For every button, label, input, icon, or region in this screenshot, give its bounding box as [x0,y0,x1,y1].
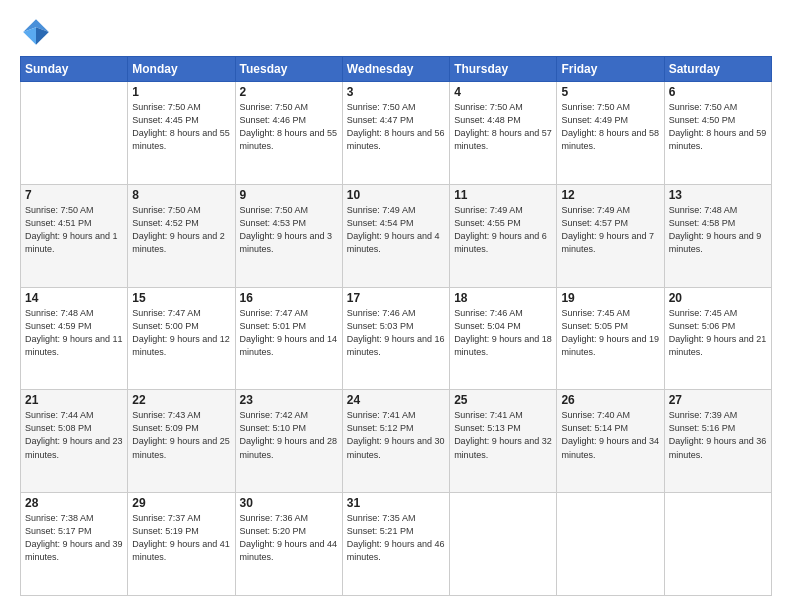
day-number: 3 [347,85,445,99]
day-info: Sunrise: 7:45 AM Sunset: 5:06 PM Dayligh… [669,307,767,359]
day-info: Sunrise: 7:47 AM Sunset: 5:00 PM Dayligh… [132,307,230,359]
day-cell: 15Sunrise: 7:47 AM Sunset: 5:00 PM Dayli… [128,287,235,390]
day-number: 8 [132,188,230,202]
day-info: Sunrise: 7:41 AM Sunset: 5:13 PM Dayligh… [454,409,552,461]
day-number: 10 [347,188,445,202]
day-number: 19 [561,291,659,305]
day-info: Sunrise: 7:47 AM Sunset: 5:01 PM Dayligh… [240,307,338,359]
day-info: Sunrise: 7:50 AM Sunset: 4:53 PM Dayligh… [240,204,338,256]
day-cell: 31Sunrise: 7:35 AM Sunset: 5:21 PM Dayli… [342,493,449,596]
day-info: Sunrise: 7:39 AM Sunset: 5:16 PM Dayligh… [669,409,767,461]
day-cell: 6Sunrise: 7:50 AM Sunset: 4:50 PM Daylig… [664,82,771,185]
day-cell: 4Sunrise: 7:50 AM Sunset: 4:48 PM Daylig… [450,82,557,185]
day-cell: 17Sunrise: 7:46 AM Sunset: 5:03 PM Dayli… [342,287,449,390]
day-number: 16 [240,291,338,305]
week-row-2: 7Sunrise: 7:50 AM Sunset: 4:51 PM Daylig… [21,184,772,287]
day-number: 24 [347,393,445,407]
day-cell: 14Sunrise: 7:48 AM Sunset: 4:59 PM Dayli… [21,287,128,390]
day-cell: 8Sunrise: 7:50 AM Sunset: 4:52 PM Daylig… [128,184,235,287]
col-header-sunday: Sunday [21,57,128,82]
day-cell [664,493,771,596]
day-cell: 1Sunrise: 7:50 AM Sunset: 4:45 PM Daylig… [128,82,235,185]
day-number: 28 [25,496,123,510]
day-number: 29 [132,496,230,510]
day-number: 12 [561,188,659,202]
col-header-thursday: Thursday [450,57,557,82]
day-info: Sunrise: 7:49 AM Sunset: 4:55 PM Dayligh… [454,204,552,256]
day-number: 2 [240,85,338,99]
day-info: Sunrise: 7:50 AM Sunset: 4:52 PM Dayligh… [132,204,230,256]
day-number: 17 [347,291,445,305]
day-info: Sunrise: 7:43 AM Sunset: 5:09 PM Dayligh… [132,409,230,461]
week-row-4: 21Sunrise: 7:44 AM Sunset: 5:08 PM Dayli… [21,390,772,493]
day-info: Sunrise: 7:35 AM Sunset: 5:21 PM Dayligh… [347,512,445,564]
svg-marker-2 [23,27,36,45]
day-info: Sunrise: 7:50 AM Sunset: 4:47 PM Dayligh… [347,101,445,153]
day-cell: 22Sunrise: 7:43 AM Sunset: 5:09 PM Dayli… [128,390,235,493]
day-info: Sunrise: 7:38 AM Sunset: 5:17 PM Dayligh… [25,512,123,564]
day-number: 25 [454,393,552,407]
header-row: SundayMondayTuesdayWednesdayThursdayFrid… [21,57,772,82]
day-number: 7 [25,188,123,202]
day-number: 23 [240,393,338,407]
day-number: 30 [240,496,338,510]
day-info: Sunrise: 7:40 AM Sunset: 5:14 PM Dayligh… [561,409,659,461]
day-cell: 7Sunrise: 7:50 AM Sunset: 4:51 PM Daylig… [21,184,128,287]
day-cell: 18Sunrise: 7:46 AM Sunset: 5:04 PM Dayli… [450,287,557,390]
calendar: SundayMondayTuesdayWednesdayThursdayFrid… [20,56,772,596]
day-info: Sunrise: 7:44 AM Sunset: 5:08 PM Dayligh… [25,409,123,461]
logo-icon [20,16,52,48]
day-cell: 23Sunrise: 7:42 AM Sunset: 5:10 PM Dayli… [235,390,342,493]
col-header-tuesday: Tuesday [235,57,342,82]
day-cell: 21Sunrise: 7:44 AM Sunset: 5:08 PM Dayli… [21,390,128,493]
day-cell: 19Sunrise: 7:45 AM Sunset: 5:05 PM Dayli… [557,287,664,390]
day-cell: 12Sunrise: 7:49 AM Sunset: 4:57 PM Dayli… [557,184,664,287]
day-cell: 5Sunrise: 7:50 AM Sunset: 4:49 PM Daylig… [557,82,664,185]
col-header-monday: Monday [128,57,235,82]
day-info: Sunrise: 7:37 AM Sunset: 5:19 PM Dayligh… [132,512,230,564]
day-info: Sunrise: 7:50 AM Sunset: 4:50 PM Dayligh… [669,101,767,153]
day-cell [21,82,128,185]
week-row-1: 1Sunrise: 7:50 AM Sunset: 4:45 PM Daylig… [21,82,772,185]
day-number: 14 [25,291,123,305]
week-row-5: 28Sunrise: 7:38 AM Sunset: 5:17 PM Dayli… [21,493,772,596]
day-info: Sunrise: 7:49 AM Sunset: 4:54 PM Dayligh… [347,204,445,256]
logo [20,16,56,48]
day-info: Sunrise: 7:50 AM Sunset: 4:46 PM Dayligh… [240,101,338,153]
col-header-friday: Friday [557,57,664,82]
week-row-3: 14Sunrise: 7:48 AM Sunset: 4:59 PM Dayli… [21,287,772,390]
day-number: 31 [347,496,445,510]
day-info: Sunrise: 7:50 AM Sunset: 4:45 PM Dayligh… [132,101,230,153]
day-number: 26 [561,393,659,407]
day-cell: 30Sunrise: 7:36 AM Sunset: 5:20 PM Dayli… [235,493,342,596]
day-cell: 10Sunrise: 7:49 AM Sunset: 4:54 PM Dayli… [342,184,449,287]
day-number: 21 [25,393,123,407]
day-number: 9 [240,188,338,202]
day-cell: 24Sunrise: 7:41 AM Sunset: 5:12 PM Dayli… [342,390,449,493]
day-cell: 28Sunrise: 7:38 AM Sunset: 5:17 PM Dayli… [21,493,128,596]
day-cell: 11Sunrise: 7:49 AM Sunset: 4:55 PM Dayli… [450,184,557,287]
day-info: Sunrise: 7:50 AM Sunset: 4:49 PM Dayligh… [561,101,659,153]
day-cell: 25Sunrise: 7:41 AM Sunset: 5:13 PM Dayli… [450,390,557,493]
day-cell: 20Sunrise: 7:45 AM Sunset: 5:06 PM Dayli… [664,287,771,390]
day-info: Sunrise: 7:46 AM Sunset: 5:03 PM Dayligh… [347,307,445,359]
day-number: 1 [132,85,230,99]
day-cell [557,493,664,596]
day-cell: 16Sunrise: 7:47 AM Sunset: 5:01 PM Dayli… [235,287,342,390]
svg-marker-1 [36,27,49,45]
col-header-saturday: Saturday [664,57,771,82]
day-info: Sunrise: 7:50 AM Sunset: 4:48 PM Dayligh… [454,101,552,153]
day-number: 6 [669,85,767,99]
day-number: 20 [669,291,767,305]
col-header-wednesday: Wednesday [342,57,449,82]
day-info: Sunrise: 7:36 AM Sunset: 5:20 PM Dayligh… [240,512,338,564]
day-number: 15 [132,291,230,305]
day-info: Sunrise: 7:48 AM Sunset: 4:59 PM Dayligh… [25,307,123,359]
day-cell: 3Sunrise: 7:50 AM Sunset: 4:47 PM Daylig… [342,82,449,185]
day-number: 18 [454,291,552,305]
page: SundayMondayTuesdayWednesdayThursdayFrid… [0,0,792,612]
day-cell: 9Sunrise: 7:50 AM Sunset: 4:53 PM Daylig… [235,184,342,287]
day-info: Sunrise: 7:50 AM Sunset: 4:51 PM Dayligh… [25,204,123,256]
day-info: Sunrise: 7:42 AM Sunset: 5:10 PM Dayligh… [240,409,338,461]
day-number: 22 [132,393,230,407]
